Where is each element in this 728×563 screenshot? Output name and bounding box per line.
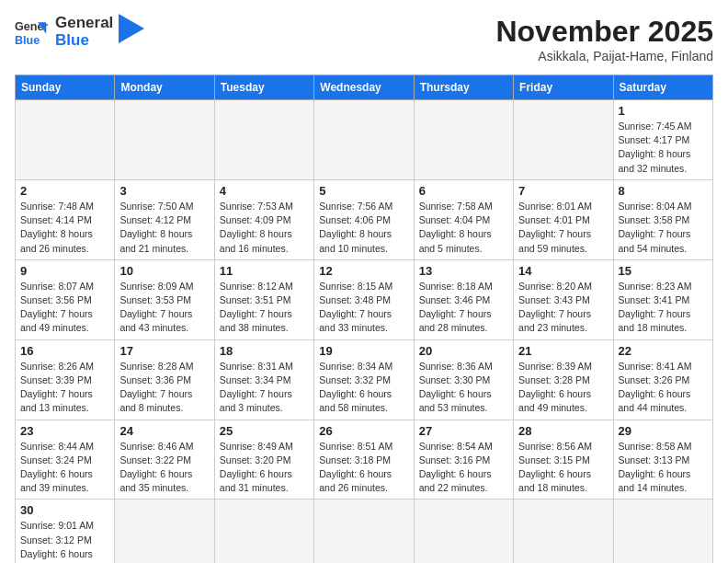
calendar-header-saturday: Saturday — [613, 75, 712, 100]
calendar-header-friday: Friday — [514, 75, 613, 100]
calendar-cell: 16Sunrise: 8:26 AM Sunset: 3:39 PM Dayli… — [16, 339, 115, 419]
calendar-cell — [214, 500, 313, 563]
calendar-cell: 27Sunrise: 8:54 AM Sunset: 3:16 PM Dayli… — [414, 419, 513, 500]
day-info: Sunrise: 8:15 AM Sunset: 3:48 PM Dayligh… — [319, 280, 408, 336]
day-number: 18 — [220, 344, 309, 358]
calendar-cell — [314, 500, 414, 563]
day-info: Sunrise: 8:56 AM Sunset: 3:15 PM Dayligh… — [518, 440, 608, 496]
day-info: Sunrise: 7:48 AM Sunset: 4:14 PM Dayligh… — [20, 200, 109, 256]
day-number: 20 — [419, 344, 508, 358]
calendar-cell: 13Sunrise: 8:18 AM Sunset: 3:46 PM Dayli… — [414, 259, 513, 339]
calendar-cell — [613, 500, 712, 563]
day-info: Sunrise: 8:39 AM Sunset: 3:28 PM Dayligh… — [518, 360, 608, 416]
calendar-cell: 28Sunrise: 8:56 AM Sunset: 3:15 PM Dayli… — [514, 419, 613, 500]
calendar-cell: 18Sunrise: 8:31 AM Sunset: 3:34 PM Dayli… — [214, 339, 313, 419]
day-number: 19 — [319, 344, 408, 358]
title-block: November 2025 Asikkala, Paijat-Hame, Fin… — [495, 15, 713, 63]
svg-marker-3 — [119, 14, 144, 43]
day-info: Sunrise: 8:09 AM Sunset: 3:53 PM Dayligh… — [119, 280, 209, 336]
day-info: Sunrise: 8:28 AM Sunset: 3:36 PM Dayligh… — [119, 360, 209, 416]
calendar-cell — [414, 100, 513, 180]
calendar-cell: 23Sunrise: 8:44 AM Sunset: 3:24 PM Dayli… — [16, 419, 115, 500]
day-number: 21 — [518, 344, 608, 358]
day-number: 17 — [119, 344, 209, 358]
day-number: 15 — [619, 264, 708, 278]
day-number: 4 — [220, 184, 309, 198]
day-info: Sunrise: 8:01 AM Sunset: 4:01 PM Dayligh… — [518, 200, 608, 256]
calendar-week-row: 16Sunrise: 8:26 AM Sunset: 3:39 PM Dayli… — [16, 339, 713, 419]
calendar-cell: 11Sunrise: 8:12 AM Sunset: 3:51 PM Dayli… — [214, 259, 313, 339]
calendar-cell: 22Sunrise: 8:41 AM Sunset: 3:26 PM Dayli… — [613, 339, 712, 419]
calendar-cell: 10Sunrise: 8:09 AM Sunset: 3:53 PM Dayli… — [115, 259, 214, 339]
day-info: Sunrise: 8:34 AM Sunset: 3:32 PM Dayligh… — [319, 360, 408, 416]
calendar-week-row: 30Sunrise: 9:01 AM Sunset: 3:12 PM Dayli… — [16, 500, 713, 563]
calendar-cell: 5Sunrise: 7:56 AM Sunset: 4:06 PM Daylig… — [314, 179, 414, 259]
calendar-cell — [414, 500, 513, 563]
day-info: Sunrise: 7:56 AM Sunset: 4:06 PM Dayligh… — [319, 200, 408, 256]
calendar-cell: 19Sunrise: 8:34 AM Sunset: 3:32 PM Dayli… — [314, 339, 414, 419]
day-number: 25 — [220, 424, 309, 438]
calendar-cell — [214, 100, 313, 180]
day-number: 28 — [518, 424, 608, 438]
calendar-header-row: SundayMondayTuesdayWednesdayThursdayFrid… — [16, 75, 713, 100]
calendar-cell — [115, 100, 214, 180]
day-info: Sunrise: 8:51 AM Sunset: 3:18 PM Dayligh… — [319, 440, 408, 496]
day-number: 26 — [319, 424, 408, 438]
calendar-cell: 1Sunrise: 7:45 AM Sunset: 4:17 PM Daylig… — [613, 100, 712, 180]
svg-text:Blue: Blue — [15, 33, 40, 46]
calendar-header-sunday: Sunday — [16, 75, 115, 100]
page-header: General Blue General Blue November 2025 … — [15, 15, 713, 63]
day-info: Sunrise: 7:53 AM Sunset: 4:09 PM Dayligh… — [220, 200, 309, 256]
calendar-header-tuesday: Tuesday — [214, 75, 313, 100]
day-number: 6 — [419, 184, 508, 198]
day-number: 14 — [518, 264, 608, 278]
day-info: Sunrise: 9:01 AM Sunset: 3:12 PM Dayligh… — [20, 519, 109, 563]
calendar-cell: 29Sunrise: 8:58 AM Sunset: 3:13 PM Dayli… — [613, 419, 712, 500]
calendar-cell: 21Sunrise: 8:39 AM Sunset: 3:28 PM Dayli… — [514, 339, 613, 419]
day-number: 16 — [20, 344, 109, 358]
day-number: 9 — [20, 264, 109, 278]
location-subtitle: Asikkala, Paijat-Hame, Finland — [495, 49, 713, 63]
calendar-cell: 7Sunrise: 8:01 AM Sunset: 4:01 PM Daylig… — [514, 179, 613, 259]
calendar-week-row: 23Sunrise: 8:44 AM Sunset: 3:24 PM Dayli… — [16, 419, 713, 500]
calendar-header-wednesday: Wednesday — [314, 75, 414, 100]
logo-triangle-icon — [119, 14, 144, 43]
logo: General Blue General Blue — [15, 15, 144, 49]
day-number: 29 — [619, 424, 708, 438]
day-number: 2 — [20, 184, 109, 198]
calendar-cell — [514, 500, 613, 563]
calendar-header-thursday: Thursday — [414, 75, 513, 100]
day-info: Sunrise: 8:12 AM Sunset: 3:51 PM Dayligh… — [220, 280, 309, 336]
day-info: Sunrise: 8:36 AM Sunset: 3:30 PM Dayligh… — [419, 360, 508, 416]
day-number: 3 — [119, 184, 209, 198]
day-number: 1 — [619, 104, 708, 118]
calendar-cell — [314, 100, 414, 180]
day-info: Sunrise: 8:41 AM Sunset: 3:26 PM Dayligh… — [619, 360, 708, 416]
day-number: 30 — [20, 503, 109, 517]
calendar-week-row: 2Sunrise: 7:48 AM Sunset: 4:14 PM Daylig… — [16, 179, 713, 259]
calendar-table: SundayMondayTuesdayWednesdayThursdayFrid… — [15, 75, 713, 563]
day-number: 11 — [220, 264, 309, 278]
calendar-cell: 17Sunrise: 8:28 AM Sunset: 3:36 PM Dayli… — [115, 339, 214, 419]
calendar-cell: 20Sunrise: 8:36 AM Sunset: 3:30 PM Dayli… — [414, 339, 513, 419]
day-number: 7 — [518, 184, 608, 198]
day-info: Sunrise: 8:20 AM Sunset: 3:43 PM Dayligh… — [518, 280, 608, 336]
calendar-cell: 15Sunrise: 8:23 AM Sunset: 3:41 PM Dayli… — [613, 259, 712, 339]
calendar-cell — [514, 100, 613, 180]
day-info: Sunrise: 7:58 AM Sunset: 4:04 PM Dayligh… — [419, 200, 508, 256]
calendar-cell: 12Sunrise: 8:15 AM Sunset: 3:48 PM Dayli… — [314, 259, 414, 339]
calendar-cell: 6Sunrise: 7:58 AM Sunset: 4:04 PM Daylig… — [414, 179, 513, 259]
day-number: 5 — [319, 184, 408, 198]
day-info: Sunrise: 7:45 AM Sunset: 4:17 PM Dayligh… — [619, 120, 708, 176]
day-info: Sunrise: 8:46 AM Sunset: 3:22 PM Dayligh… — [119, 440, 209, 496]
calendar-cell: 2Sunrise: 7:48 AM Sunset: 4:14 PM Daylig… — [16, 179, 115, 259]
calendar-cell — [16, 100, 115, 180]
calendar-cell: 26Sunrise: 8:51 AM Sunset: 3:18 PM Dayli… — [314, 419, 414, 500]
day-info: Sunrise: 8:26 AM Sunset: 3:39 PM Dayligh… — [20, 360, 109, 416]
day-number: 12 — [319, 264, 408, 278]
calendar-cell: 8Sunrise: 8:04 AM Sunset: 3:58 PM Daylig… — [613, 179, 712, 259]
day-number: 10 — [119, 264, 209, 278]
calendar-cell: 24Sunrise: 8:46 AM Sunset: 3:22 PM Dayli… — [115, 419, 214, 500]
day-number: 13 — [419, 264, 508, 278]
day-number: 24 — [119, 424, 209, 438]
